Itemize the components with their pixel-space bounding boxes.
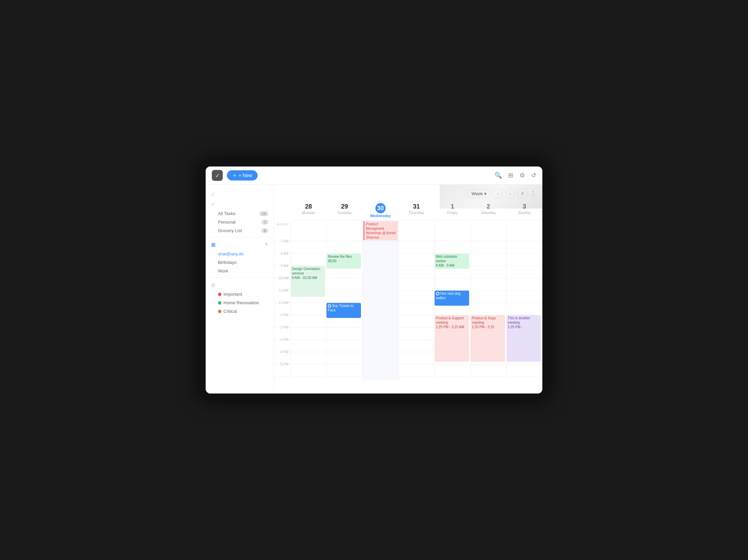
- all-tasks-badge: 14: [259, 211, 268, 216]
- calendar-event[interactable]: Design Orientation seminar9 AM - 10:30 A…: [291, 266, 325, 297]
- tag-critical[interactable]: Critical: [206, 307, 274, 316]
- edit-calendar-icon[interactable]: ✎: [265, 242, 268, 247]
- calendar-icon: ▦: [211, 242, 216, 247]
- next-week-button[interactable]: ›: [505, 189, 515, 198]
- check-circle-icon: ✓: [211, 201, 215, 207]
- time-row: 8 AM: [274, 254, 542, 266]
- time-rows: 7 AM8 AM9 AM10 AM11 AM12 AM1 PM2 PM3 PM4…: [274, 241, 542, 394]
- time-cell: [291, 364, 326, 380]
- more-options-button[interactable]: ⋮: [530, 190, 536, 197]
- tag-important[interactable]: Important: [206, 290, 274, 298]
- device-frame: ✓ ＋ + New 🔍 ⊞ ⚙ ↺: [199, 160, 549, 400]
- all-day-cell-thu: [398, 221, 434, 241]
- time-label: 11 AM: [274, 289, 291, 301]
- time-label: 5 PM: [274, 362, 291, 374]
- all-day-cell-wed: Product Managment Workshop @ Azrieli Sha…: [362, 221, 398, 241]
- settings-button[interactable]: ⚙: [519, 172, 525, 179]
- critical-tag-dot: [218, 310, 221, 313]
- all-day-event-workshop[interactable]: Product Managment Workshop @ Azrieli Sha…: [363, 221, 398, 240]
- time-cell: [506, 364, 542, 380]
- list-item-label: All Tasks: [218, 211, 235, 216]
- critical-tag-label: Critical: [223, 309, 237, 314]
- all-day-cell-mon: [291, 221, 326, 241]
- screen: ✓ ＋ + New 🔍 ⊞ ⚙ ↺: [206, 166, 542, 394]
- all-day-cell-fri: [435, 221, 470, 241]
- time-row: 5 PM: [274, 364, 542, 377]
- calendar-work-label: Work: [218, 268, 228, 274]
- time-label: 4 PM: [274, 350, 291, 362]
- columns-icon: ⊞: [508, 172, 513, 179]
- calendar-event[interactable]: Review the files 08:00: [326, 254, 361, 269]
- top-bar: ✓ ＋ + New 🔍 ⊞ ⚙ ↺: [206, 166, 542, 185]
- time-cell: [470, 364, 506, 380]
- all-day-row: ALL DAY Product Managment Workshop @ Azr…: [274, 221, 542, 241]
- calendar-header: Week ▾ ‹ › 6 ⋮: [274, 185, 542, 201]
- time-cell: [326, 364, 362, 380]
- columns-button[interactable]: ⊞: [508, 172, 513, 179]
- time-label: 10 AM: [274, 276, 291, 288]
- calendar-event[interactable]: Product & Support meeting1:25 PM - 3:15 …: [435, 315, 469, 362]
- all-day-label: ALL DAY: [274, 221, 291, 241]
- home-icon: ⌂: [211, 191, 214, 197]
- tag-home-renovation[interactable]: Home Renovation: [206, 298, 274, 307]
- important-tag-dot: [218, 293, 221, 296]
- sidebar: ⌂ ✓ All Tasks 14 Personal 7 Grocery: [206, 185, 274, 394]
- gear-icon: ⚙: [519, 172, 525, 179]
- day-header-wed: 30 Wednesday: [362, 201, 398, 220]
- list-item-label: Grocery List: [218, 228, 242, 233]
- calendar-email: shai@any.do: [218, 251, 244, 256]
- time-label: 12 AM: [274, 301, 291, 313]
- all-day-cell-sun: [506, 221, 542, 241]
- day-header-mon: 28 Monday: [291, 201, 326, 220]
- day-header-fri: 1 Friday: [435, 201, 470, 220]
- time-row: 12 AM: [274, 303, 542, 315]
- new-button[interactable]: ＋ + New: [227, 170, 258, 181]
- view-label: Week: [472, 191, 483, 196]
- top-left: ✓ ＋ + New: [212, 170, 258, 181]
- time-row: 7 AM: [274, 241, 542, 254]
- time-label: 1 PM: [274, 313, 291, 325]
- time-cell: [435, 364, 470, 380]
- refresh-icon: ↺: [531, 172, 536, 179]
- app-logo: ✓: [212, 170, 223, 181]
- all-day-cell-tue: [326, 221, 362, 241]
- sidebar-item-calendar[interactable]: ▦ ✎: [206, 239, 274, 250]
- prev-week-button[interactable]: ‹: [493, 189, 503, 198]
- sidebar-item-tags[interactable]: ◎: [206, 280, 274, 290]
- time-cell: [362, 364, 398, 380]
- personal-badge: 7: [261, 220, 268, 225]
- list-item-personal[interactable]: Personal 7: [206, 218, 274, 226]
- calendar-event[interactable]: This is another meeting1:25 PM -: [506, 315, 541, 362]
- list-item-grocery[interactable]: Grocery List 6: [206, 226, 274, 235]
- list-item-all-tasks[interactable]: All Tasks 14: [206, 209, 274, 218]
- main-layout: ⌂ ✓ All Tasks 14 Personal 7 Grocery: [206, 185, 542, 394]
- calendar-event[interactable]: Web subtasks review8 AM - 9 AM: [435, 254, 469, 269]
- calendar-birthdays[interactable]: Birthdays: [206, 258, 274, 267]
- plus-icon: ＋: [232, 172, 237, 178]
- calendar-event[interactable]: Buy Tickets to Paris: [326, 303, 361, 318]
- calendar-event[interactable]: Hire new dog walker: [435, 291, 469, 306]
- time-label: 2 PM: [274, 325, 291, 337]
- important-tag-label: Important: [223, 292, 242, 297]
- sidebar-item-my-lists[interactable]: ✓: [206, 199, 274, 209]
- search-button[interactable]: 🔍: [494, 172, 502, 179]
- calendar-birthdays-label: Birthdays: [218, 260, 236, 265]
- calendar-work[interactable]: Work: [206, 267, 274, 275]
- sidebar-item-agenda[interactable]: ⌂: [206, 189, 274, 199]
- date-number-button[interactable]: 6: [518, 189, 527, 198]
- calendar-shai[interactable]: shai@any.do: [206, 250, 274, 258]
- refresh-button[interactable]: ↺: [531, 172, 536, 179]
- time-cell: [398, 364, 434, 380]
- top-right: 🔍 ⊞ ⚙ ↺: [494, 172, 536, 179]
- home-renovation-tag-label: Home Renovation: [223, 300, 259, 305]
- calendar-event[interactable]: Product & Supp meeting1:25 PM - 3:15: [470, 315, 505, 362]
- view-selector[interactable]: Week ▾: [468, 189, 490, 198]
- new-label: + New: [238, 173, 252, 178]
- day-headers: 28 Monday 29 Tuesday 30 Wednesday 31 Thu…: [291, 201, 542, 221]
- time-label: 8 AM: [274, 252, 291, 264]
- tag-icon: ◎: [211, 282, 215, 288]
- chevron-down-icon: ▾: [484, 191, 487, 196]
- grocery-badge: 6: [261, 228, 268, 233]
- time-label: 9 AM: [274, 264, 291, 276]
- day-header-thu: 31 Thursday: [398, 201, 434, 220]
